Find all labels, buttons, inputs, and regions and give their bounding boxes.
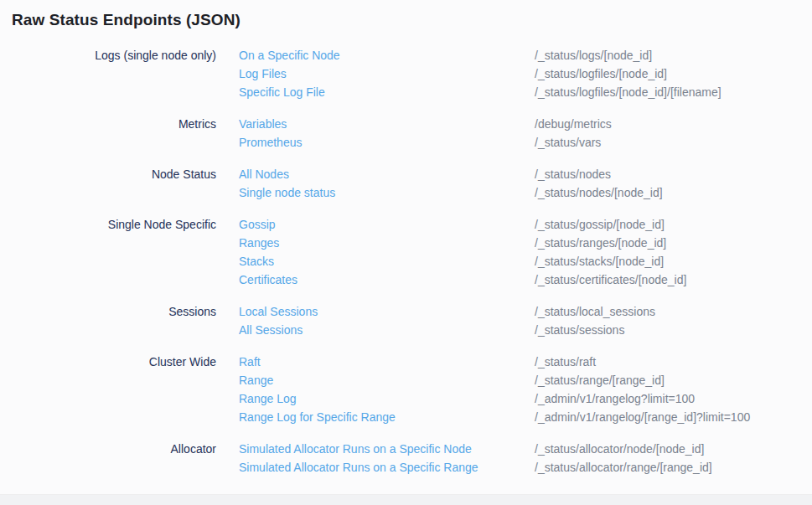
links-column: All NodesSingle node status — [239, 165, 512, 202]
endpoint-link[interactable]: Gossip — [239, 215, 512, 234]
paths-column: /_status/logs/[node_id]/_status/logfiles… — [535, 46, 812, 101]
endpoint-link[interactable]: Stacks — [239, 252, 512, 271]
endpoint-path: /debug/metrics — [535, 115, 812, 133]
endpoint-path: /_status/logfiles/[node_id]/[filename] — [535, 83, 812, 101]
links-column: Local SessionsAll Sessions — [239, 302, 512, 339]
paths-column: /_status/gossip/[node_id]/_status/ranges… — [535, 215, 812, 289]
category-label: Allocator — [0, 440, 216, 477]
paths-column: /debug/metrics/_status/vars — [535, 115, 812, 152]
endpoint-section: AllocatorSimulated Allocator Runs on a S… — [0, 440, 812, 477]
endpoint-path: /_status/raft — [535, 353, 812, 371]
endpoint-path: /_status/ranges/[node_id] — [535, 234, 812, 252]
endpoint-path: /_admin/v1/rangelog?limit=100 — [535, 389, 812, 408]
category-label: Single Node Specific — [0, 215, 216, 289]
endpoint-path: /_status/sessions — [535, 321, 812, 339]
endpoint-link[interactable]: All Nodes — [239, 165, 512, 183]
category-label: Node Status — [0, 165, 216, 202]
category-label: Sessions — [0, 302, 216, 339]
endpoint-path: /_status/allocator/range/[range_id] — [535, 458, 812, 477]
category-label: Logs (single node only) — [0, 46, 216, 101]
endpoint-section: Cluster WideRaftRangeRange LogRange Log … — [0, 353, 812, 426]
endpoint-section: Single Node SpecificGossipRangesStacksCe… — [0, 215, 812, 289]
links-column: GossipRangesStacksCertificates — [239, 215, 512, 289]
endpoint-link[interactable]: Specific Log File — [239, 83, 512, 101]
endpoint-link[interactable]: Log Files — [239, 64, 512, 83]
endpoint-path: /_admin/v1/rangelog/[range_id]?limit=100 — [535, 408, 812, 426]
links-column: Simulated Allocator Runs on a Specific N… — [239, 440, 512, 477]
endpoint-path: /_status/range/[range_id] — [535, 371, 812, 389]
endpoint-path: /_status/gossip/[node_id] — [535, 215, 812, 234]
paths-column: /_status/allocator/node/[node_id]/_statu… — [535, 440, 812, 477]
endpoint-link[interactable]: On a Specific Node — [239, 46, 512, 64]
endpoint-path: /_status/certificates/[node_id] — [535, 271, 812, 289]
paths-column: /_status/local_sessions/_status/sessions — [535, 302, 812, 339]
endpoints-table: Logs (single node only)On a Specific Nod… — [0, 46, 812, 477]
endpoint-link[interactable]: Range Log — [239, 389, 512, 408]
endpoint-section: MetricsVariablesPrometheus/debug/metrics… — [0, 115, 812, 152]
endpoint-path: /_status/vars — [535, 133, 812, 152]
links-column: On a Specific NodeLog FilesSpecific Log … — [239, 46, 512, 101]
page-title: Raw Status Endpoints (JSON) — [0, 0, 812, 31]
endpoint-link[interactable]: Simulated Allocator Runs on a Specific R… — [239, 458, 512, 477]
endpoint-link[interactable]: Single node status — [239, 183, 512, 202]
category-label: Cluster Wide — [0, 353, 216, 426]
endpoint-path: /_status/logfiles/[node_id] — [535, 64, 812, 83]
links-column: RaftRangeRange LogRange Log for Specific… — [239, 353, 512, 426]
endpoint-link[interactable]: Simulated Allocator Runs on a Specific N… — [239, 440, 512, 458]
endpoint-section: SessionsLocal SessionsAll Sessions/_stat… — [0, 302, 812, 339]
links-column: VariablesPrometheus — [239, 115, 512, 152]
endpoint-path: /_status/nodes — [535, 165, 812, 183]
endpoint-link[interactable]: Certificates — [239, 271, 512, 289]
endpoint-link[interactable]: Raft — [239, 353, 512, 371]
endpoint-path: /_status/allocator/node/[node_id] — [535, 440, 812, 458]
endpoint-path: /_status/nodes/[node_id] — [535, 183, 812, 202]
endpoint-link[interactable]: Range — [239, 371, 512, 389]
paths-column: /_status/nodes/_status/nodes/[node_id] — [535, 165, 812, 202]
footer-band — [0, 494, 812, 505]
paths-column: /_status/raft/_status/range/[range_id]/_… — [535, 353, 812, 426]
endpoint-path: /_status/logs/[node_id] — [535, 46, 812, 64]
endpoint-section: Node StatusAll NodesSingle node status/_… — [0, 165, 812, 202]
endpoint-link[interactable]: Variables — [239, 115, 512, 133]
endpoint-link[interactable]: Range Log for Specific Range — [239, 408, 512, 426]
endpoint-path: /_status/stacks/[node_id] — [535, 252, 812, 271]
endpoint-link[interactable]: Ranges — [239, 234, 512, 252]
endpoint-link[interactable]: Prometheus — [239, 133, 512, 152]
endpoint-section: Logs (single node only)On a Specific Nod… — [0, 46, 812, 101]
endpoint-path: /_status/local_sessions — [535, 302, 812, 321]
endpoint-link[interactable]: Local Sessions — [239, 302, 512, 321]
endpoint-link[interactable]: All Sessions — [239, 321, 512, 339]
category-label: Metrics — [0, 115, 216, 152]
